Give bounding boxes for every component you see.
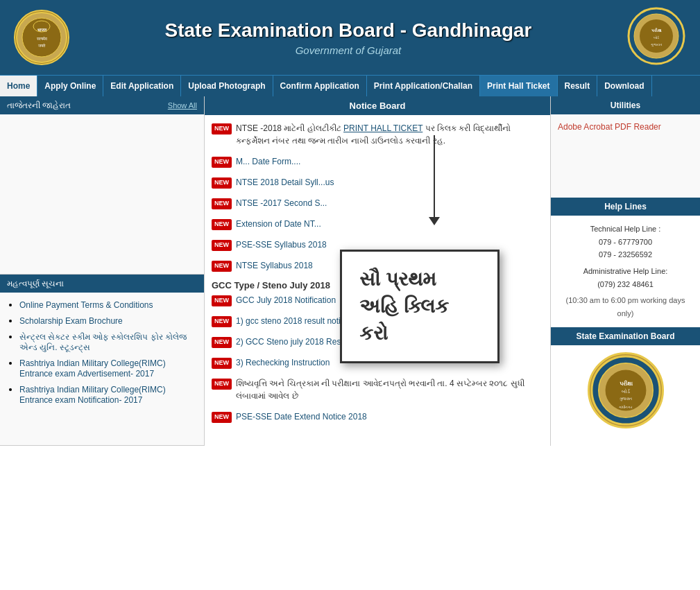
technical-number-2: 079 - 23256592 — [558, 248, 693, 261]
notice-item-1: NEW NTSE -2018 માટેની હોલટીકીટ PRINT HAL… — [212, 122, 543, 147]
online-payment-link[interactable]: Online Payment Terms & Conditions — [19, 300, 153, 310]
notice-board-header: Notice Board — [205, 96, 550, 115]
svg-text:પરીક્ષા: પરીક્ષા — [651, 28, 662, 33]
scholarship-text: શિષ્યવૃત્તિ અને ચિત્રકામ ની પરીક્ષાના આવ… — [236, 377, 543, 402]
list-item: Rashtriya Indian Military College(RIMC) … — [19, 384, 197, 405]
nav-edit-application[interactable]: Edit Application — [103, 76, 181, 96]
new-badge-gcc-4: NEW — [212, 358, 232, 369]
new-badge-scholarship: NEW — [212, 379, 232, 390]
gcc-steno-result-link[interactable]: 2) GCC Steno july 2018 Result — [236, 337, 350, 347]
utilities-content: Adobe Acrobat PDF Reader — [551, 114, 700, 198]
navigation: Home Apply Online Edit Application Uploa… — [0, 75, 700, 96]
nav-result[interactable]: Result — [558, 76, 598, 96]
svg-text:પરીક્ષા: પરીક્ષા — [619, 380, 632, 387]
rimc-advertisement-link[interactable]: Rashtriya Indian Military College(RIMC) … — [19, 358, 166, 379]
nav-home[interactable]: Home — [0, 76, 37, 96]
notice-item-3: NEW NTSE 2018 Detail Syll...us — [212, 176, 543, 189]
header: भारत सत्यमेव जयते State Examination Boar… — [0, 0, 700, 75]
nav-apply-online[interactable]: Apply Online — [37, 76, 103, 96]
scholarship-notice: NEW શિષ્યવૃત્તિ અને ચિત્રકામ ની પરીક્ષાન… — [212, 377, 543, 402]
new-badge-7: NEW — [212, 261, 232, 272]
notice-text-3: NTSE 2018 Detail Syll...us — [236, 176, 334, 189]
helplines-content: Technical Help Line : 079 - 67779700 079… — [551, 216, 700, 327]
popup-overlay: સૌ પ્રથમઅહિ ક્લિકકરો — [340, 250, 500, 363]
new-badge-gcc-2: NEW — [212, 316, 232, 327]
notice-item-2: NEW M... Date Form.... — [212, 155, 543, 168]
recent-notices-title: તાજેતરની જાહેરાત — [7, 101, 71, 110]
nav-confirm-application[interactable]: Confirm Application — [273, 76, 367, 96]
gcc-text-1: GCC July 2018 Notification — [236, 294, 336, 306]
seb-section: State Examination Board પરીક્ષા બોર્ડ ગુ… — [551, 327, 700, 435]
new-badge-6: NEW — [212, 240, 232, 251]
central-sector-link[interactable]: સેન્ટ્રલ સેક્ટર સ્કીમ ઓફ સ્કોલરશિપ ફોર ક… — [19, 332, 187, 352]
seb-header: State Examination Board — [551, 327, 700, 345]
ntse-syllabus-2018-link[interactable]: NTSE Syllabus 2018 — [236, 261, 313, 270]
technical-number-1: 079 - 67779700 — [558, 236, 693, 249]
gcc-notification-link[interactable]: GCC July 2018 Notification — [236, 295, 336, 305]
print-hall-ticket-link-1[interactable]: PRINT HALL TICKET — [343, 123, 422, 133]
helplines-header: Help Lines — [551, 198, 700, 216]
important-notices-section: મહત્વપૂર્ણ સૂચના Online Payment Terms & … — [0, 275, 204, 446]
important-notices-title: મહત્વપૂર્ણ સૂચના — [7, 279, 64, 288]
logo-right: પરીક્ષા બોર્ડ ગુજરાત — [627, 7, 686, 68]
list-item: સેન્ટ્રલ સેક્ટર સ્કીમ ઓફ સ્કોલરશિપ ફોર ક… — [19, 331, 197, 352]
list-item: Rashtriya Indian Military College(RIMC) … — [19, 358, 197, 379]
notice-text-1: NTSE -2018 માટેની હોલટીકીટ PRINT HALL TI… — [236, 122, 543, 147]
scholarship-brochure-link[interactable]: Scholarship Exam Brochure — [19, 316, 123, 326]
svg-text:सत्यमेव: सत्यमेव — [36, 36, 48, 41]
nav-download[interactable]: Download — [597, 76, 651, 96]
header-title: State Examination Board - Gandhinagar — [83, 19, 613, 42]
header-center: State Examination Board - Gandhinagar Go… — [83, 19, 613, 56]
extension-date-link[interactable]: Extension of Date NT... — [236, 219, 321, 229]
logo-left: भारत सत्यमेव जयते — [14, 10, 69, 65]
notice-text-5: Extension of Date NT... — [236, 218, 321, 230]
nav-print-application[interactable]: Print Application/Challan — [367, 76, 480, 96]
svg-text:બોર્ડ: બોર્ડ — [622, 388, 631, 394]
recent-notices-section: તાજેતરની જાહેરાત Show All — [0, 96, 204, 275]
new-badge-pse: NEW — [212, 412, 232, 423]
show-all-link[interactable]: Show All — [168, 101, 197, 110]
notice-item-5: NEW Extension of Date NT... — [212, 218, 543, 230]
notice-text-4: NTSE -2017 Second S... — [236, 197, 327, 209]
new-badge-5: NEW — [212, 219, 232, 230]
ntse-syllabus-link-3[interactable]: NTSE 2018 Detail Syll...us — [236, 177, 334, 187]
notice-text-2: M... Date Form.... — [236, 155, 300, 168]
helpline-hours: (10:30 am to 6:00 pm working days only) — [558, 294, 693, 320]
list-item: Online Payment Terms & Conditions — [19, 300, 197, 310]
svg-text:ગાંધીનગર: ગાંધીનગર — [619, 405, 633, 409]
gcc-text-4: 3) Rechecking Instruction — [236, 356, 330, 369]
sidebar-left: તાજેતરની જાહેરાત Show All મહત્વપૂર્ણ સૂચ… — [0, 96, 205, 446]
utilities-header: Utilities — [551, 96, 700, 114]
pse-sse-syllabus-link[interactable]: PSE-SSE Syllabus 2018 — [236, 240, 327, 250]
admin-helpline-label: Administrative Help Line: — [558, 265, 693, 278]
important-notices-content: Online Payment Terms & Conditions Schola… — [0, 293, 204, 445]
new-badge-1: NEW — [212, 123, 232, 135]
ntse-2017-link[interactable]: NTSE -2017 Second S... — [236, 198, 327, 208]
list-item: Scholarship Exam Brochure — [19, 315, 197, 326]
recent-notices-content — [0, 114, 204, 274]
adobe-acrobat-link[interactable]: Adobe Acrobat PDF Reader — [558, 122, 661, 132]
nav-upload-photograph[interactable]: Upload Photograph — [181, 76, 273, 96]
notice-text-6: PSE-SSE Syllabus 2018 — [236, 238, 327, 251]
seb-logo-circle: પરીક્ષા બોર્ડ ગુજરાત ગાંધીનગર — [588, 352, 664, 428]
pse-sse-extend-link[interactable]: PSE-SSE Date Extend Notice 2018 — [236, 412, 367, 422]
seb-logo-container: પરીક્ષા બોર્ડ ગુજરાત ગાંધીનગર — [551, 345, 700, 435]
svg-text:બોર્ડ: બોર્ડ — [654, 35, 660, 40]
helplines-section: Help Lines Technical Help Line : 079 - 6… — [551, 198, 700, 327]
rechecking-instruction-link[interactable]: 3) Rechecking Instruction — [236, 358, 330, 367]
important-notices-header: મહત્વપૂર્ણ સૂચના — [0, 275, 204, 293]
svg-text:ગુજરાત: ગુજરાત — [620, 397, 632, 401]
nav-print-hall-ticket[interactable]: Print Hall Ticket — [480, 76, 557, 96]
notice-item-4: NEW NTSE -2017 Second S... — [212, 197, 543, 209]
pse-sse-notice: NEW PSE-SSE Date Extend Notice 2018 — [212, 410, 543, 423]
notice-link-2[interactable]: M... Date Form.... — [236, 157, 300, 166]
new-badge-gcc-3: NEW — [212, 337, 232, 348]
svg-text:जयते: जयते — [37, 43, 46, 48]
technical-helpline-label: Technical Help Line : — [558, 223, 693, 236]
new-badge-gcc-1: NEW — [212, 295, 232, 306]
recent-notices-header: તાજેતરની જાહેરાત Show All — [0, 96, 204, 114]
notice-text-7: NTSE Syllabus 2018 — [236, 259, 313, 272]
new-badge-4: NEW — [212, 198, 232, 209]
gcc-text-3: 2) GCC Steno july 2018 Result — [236, 336, 350, 348]
rimc-notification-link[interactable]: Rashtriya Indian Military College(RIMC) … — [19, 385, 166, 405]
